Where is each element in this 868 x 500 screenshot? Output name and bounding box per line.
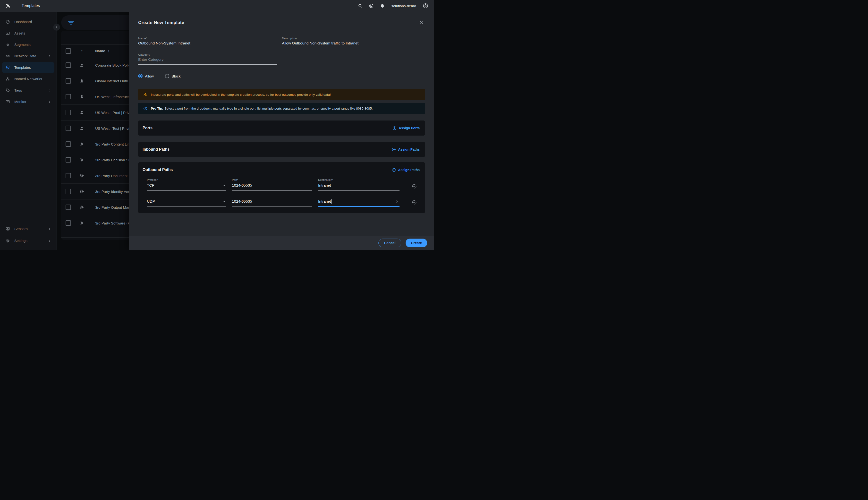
notifications-bell-icon[interactable] [380, 3, 385, 9]
outbound-path-row: Protocol* TCP Port* 1024-65535 Destinati… [147, 178, 415, 191]
plus-circle-icon [392, 168, 396, 172]
dropdown-caret-icon[interactable] [223, 201, 225, 202]
destination-input[interactable]: Intranet [318, 182, 400, 191]
tags-icon [5, 88, 10, 93]
row-checkbox[interactable] [66, 157, 71, 162]
sidebar-collapse-button[interactable] [53, 24, 60, 31]
select-all-checkbox[interactable] [66, 48, 71, 54]
sidebar-item-monitor[interactable]: Monitor [2, 96, 55, 107]
clear-input-icon[interactable] [395, 200, 399, 203]
minus-circle-icon [412, 200, 417, 205]
minus-circle-icon [412, 184, 417, 189]
create-template-modal: Create New Template Name* Outbound Non-S… [129, 12, 434, 250]
protocol-field[interactable]: UDP [147, 198, 226, 207]
assign-outbound-paths-button[interactable]: Assign Paths [392, 168, 420, 172]
modal-title: Create New Template [138, 20, 184, 25]
destination-field[interactable]: Intranet [318, 198, 400, 207]
assign-inbound-paths-button[interactable]: Assign Paths [392, 147, 420, 152]
help-icon[interactable] [369, 3, 374, 9]
block-radio[interactable]: Block [165, 74, 181, 78]
radio-icon [165, 74, 169, 78]
sidebar-item-assets[interactable]: Assets [2, 28, 55, 38]
sidebar-item-settings[interactable]: Settings [2, 236, 55, 246]
row-checkbox[interactable] [66, 78, 71, 83]
description-field[interactable]: Description Allow Outbound Non-System tr… [282, 37, 421, 48]
type-sort-arrow-icon[interactable]: ↑ [79, 48, 84, 54]
sidebar-item-tags[interactable]: Tags [2, 85, 55, 96]
protip-banner: Pro Tip: Select a port from the dropdown… [138, 103, 425, 114]
destination-field[interactable]: Destination* Intranet [318, 178, 400, 191]
name-input[interactable]: Outbound Non-System Intranet [138, 40, 277, 48]
inbound-paths-title: Inbound Paths [142, 147, 170, 151]
plus-circle-icon [392, 126, 397, 130]
port-field[interactable]: 1024-65535 [232, 198, 312, 207]
row-checkbox[interactable] [66, 94, 71, 99]
outbound-paths-section: Outbound Paths Assign Paths Protocol* TC… [138, 162, 425, 213]
protocol-label: Protocol* [147, 178, 226, 181]
top-bar: Templates solutions-demo [0, 0, 434, 12]
warning-banner: Inaccurate ports and paths will be overl… [138, 89, 425, 100]
modal-footer: Cancel Create [129, 236, 434, 250]
category-field[interactable]: Category Enter Category [138, 53, 277, 65]
chevron-right-icon [48, 89, 51, 92]
user-icon [79, 110, 84, 115]
ports-section: Ports Assign Ports [138, 121, 425, 136]
system-gear-icon [79, 205, 84, 210]
system-gear-icon [79, 189, 84, 194]
segments-icon [5, 42, 10, 47]
remove-row-button[interactable] [412, 200, 417, 205]
port-input[interactable]: 1024-65535 [232, 182, 312, 191]
protocol-select[interactable]: TCP [147, 182, 226, 191]
name-column-header[interactable]: Name↑ [95, 48, 109, 54]
row-checkbox[interactable] [66, 173, 71, 178]
create-button[interactable]: Create [406, 239, 427, 247]
sidebar-item-network-data[interactable]: Network Data [2, 51, 55, 61]
close-icon[interactable] [419, 20, 424, 25]
port-input[interactable]: 1024-65535 [232, 198, 312, 207]
sidebar-item-segments[interactable]: Segments [2, 39, 55, 50]
row-checkbox[interactable] [66, 189, 71, 194]
user-icon [79, 126, 84, 131]
sidebar-item-templates[interactable]: Templates [2, 62, 55, 73]
inbound-paths-section: Inbound Paths Assign Paths [138, 142, 425, 157]
outbound-paths-title: Outbound Paths [142, 168, 173, 172]
action-radio-group: Allow Block [138, 74, 425, 78]
row-checkbox[interactable] [66, 220, 71, 226]
category-input[interactable]: Enter Category [138, 56, 277, 65]
account-avatar-icon[interactable] [423, 3, 429, 9]
protocol-select[interactable]: UDP [147, 198, 226, 207]
warning-triangle-icon [143, 92, 148, 97]
remove-row-button[interactable] [412, 184, 417, 189]
app-logo-icon[interactable] [5, 3, 11, 9]
templates-shield-icon [5, 65, 10, 70]
radio-icon [138, 74, 142, 78]
system-gear-icon [79, 157, 84, 162]
allow-radio[interactable]: Allow [138, 74, 154, 78]
cancel-button[interactable]: Cancel [378, 239, 401, 247]
assign-ports-button[interactable]: Assign Ports [392, 126, 420, 130]
sidebar-item-named-networks[interactable]: Named Networks [2, 73, 55, 84]
protocol-field[interactable]: Protocol* TCP [147, 178, 226, 191]
sidebar-item-sensors[interactable]: Sensors [2, 224, 55, 234]
row-checkbox[interactable] [66, 126, 71, 131]
search-icon[interactable] [358, 3, 363, 9]
info-icon [143, 106, 148, 111]
dropdown-caret-icon[interactable] [223, 185, 225, 186]
filter-icon[interactable] [68, 21, 74, 24]
ports-section-title: Ports [142, 126, 152, 130]
destination-input-focused[interactable]: Intranet [318, 198, 400, 207]
row-checkbox[interactable] [66, 141, 71, 147]
description-input[interactable]: Allow Outbound Non-System traffic to Int… [282, 40, 421, 48]
name-field[interactable]: Name* Outbound Non-System Intranet [138, 37, 277, 48]
row-checkbox[interactable] [66, 62, 71, 68]
account-name[interactable]: solutions-demo [391, 4, 416, 8]
sidebar: Dashboard Assets Segments Network Data T… [0, 12, 57, 250]
row-checkbox[interactable] [66, 205, 71, 210]
sensors-icon [5, 226, 10, 231]
monitor-icon [5, 99, 10, 104]
row-checkbox[interactable] [66, 110, 71, 115]
settings-gear-icon [5, 238, 10, 243]
name-label: Name* [138, 37, 277, 40]
sidebar-item-dashboard[interactable]: Dashboard [2, 16, 55, 27]
port-field[interactable]: Port* 1024-65535 [232, 178, 312, 191]
